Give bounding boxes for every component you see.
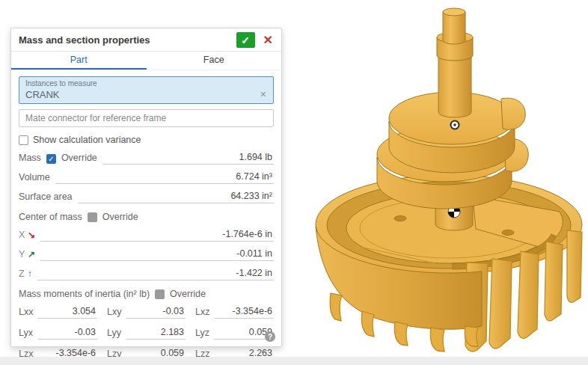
dialog-body: Instances to measure CRANK × Show calcul… <box>11 70 281 364</box>
inertia-cell: Lyy 2.183 <box>107 327 186 340</box>
inertia-cell: Lxy -0.03 <box>107 306 186 319</box>
com-x-value: -1.764e-6 in <box>40 229 274 242</box>
mass-override-label: Override <box>61 153 97 165</box>
show-variance-label: Show calculation variance <box>33 135 141 145</box>
inertia-cell: Lxx 3.054 <box>19 306 97 319</box>
com-override-label: Override <box>102 212 138 222</box>
instances-field-label: Instances to measure <box>25 79 267 88</box>
com-x-row: X ↘ -1.764e-6 in <box>19 229 274 242</box>
volume-value: 6.724 in³ <box>55 171 274 184</box>
close-button[interactable]: ✕ <box>261 34 275 46</box>
confirm-button[interactable]: ✓ <box>236 32 255 48</box>
surface-area-label: Surface area <box>19 191 73 203</box>
viewport-bottom-edge <box>0 357 588 365</box>
check-icon: ✓ <box>48 156 54 163</box>
surface-area-row: Surface area 64.233 in² <box>19 191 274 203</box>
instances-field-value[interactable]: CRANK <box>25 89 260 100</box>
volume-row: Volume 6.724 in³ <box>19 171 274 184</box>
com-z-value: -1.422 in <box>37 268 274 280</box>
center-of-mass-header: Center of mass Override <box>19 212 274 222</box>
com-override-checkbox[interactable] <box>88 212 97 222</box>
close-icon: ✕ <box>263 34 273 46</box>
volume-label: Volume <box>19 172 50 184</box>
axis-y-label: Y <box>19 249 25 261</box>
app-canvas: Mass and section properties ✓ ✕ Part Fac… <box>0 0 588 365</box>
mass-label: Mass <box>19 153 41 165</box>
com-y-row: Y ↗ -0.011 in <box>19 248 274 261</box>
mass-value[interactable]: 1.694 lb <box>102 152 274 165</box>
tab-face[interactable]: Face <box>147 52 282 70</box>
crank-model[interactable] <box>289 0 588 365</box>
help-icon[interactable]: ? <box>265 331 275 342</box>
axis-z-arrow-icon: ↑ <box>28 269 32 280</box>
point-marker[interactable] <box>451 121 459 129</box>
inertia-grid: Lxx 3.054 Lxy -0.03 Lxz -3.354e-6 Lyx -0… <box>19 306 274 361</box>
axis-x-arrow-icon: ↘ <box>28 230 35 242</box>
model-viewport[interactable] <box>289 0 588 365</box>
axis-y-arrow-icon: ↗ <box>28 249 35 261</box>
tab-part[interactable]: Part <box>11 52 147 70</box>
mate-connector-input[interactable] <box>19 109 274 127</box>
mass-row: Mass ✓ Override 1.694 lb <box>19 152 274 165</box>
com-y-value: -0.011 in <box>40 248 274 261</box>
shaft[interactable] <box>437 8 473 117</box>
check-icon: ✓ <box>241 35 250 46</box>
mass-override-checkbox[interactable]: ✓ <box>46 154 56 164</box>
checkbox-unchecked-icon[interactable] <box>19 135 28 145</box>
axis-x-label: X <box>19 230 25 242</box>
mass-properties-dialog: Mass and section properties ✓ ✕ Part Fac… <box>10 28 282 347</box>
inertia-cell: Lxz -3.354e-6 <box>195 306 274 319</box>
dialog-header: Mass and section properties ✓ ✕ <box>11 28 281 52</box>
instances-field[interactable]: Instances to measure CRANK × <box>19 76 274 104</box>
surface-area-value: 64.233 in² <box>78 191 274 203</box>
inertia-override-label: Override <box>170 289 206 299</box>
com-z-row: Z ↑ -1.422 in <box>19 268 274 280</box>
inertia-header: Mass moments of inertia (in² lb) Overrid… <box>19 289 274 299</box>
show-variance-checkbox[interactable]: Show calculation variance <box>19 135 274 145</box>
inertia-override-checkbox[interactable] <box>155 289 165 299</box>
clear-icon[interactable]: × <box>260 88 267 100</box>
inertia-cell: Lyz 0.059 <box>195 327 274 340</box>
center-of-mass-label: Center of mass <box>19 212 82 222</box>
inertia-cell: Lyx -0.03 <box>19 327 97 340</box>
axis-z-label: Z <box>19 269 25 280</box>
dialog-title: Mass and section properties <box>19 34 230 46</box>
tab-bar: Part Face <box>11 52 281 70</box>
inertia-label: Mass moments of inertia (in² lb) <box>19 289 150 299</box>
